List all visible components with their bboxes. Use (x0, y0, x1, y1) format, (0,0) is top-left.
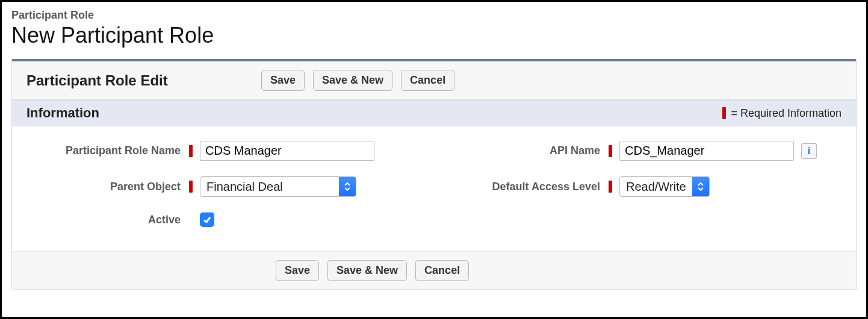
field-api-name: API Name i (446, 141, 842, 161)
save-button[interactable]: Save (276, 260, 319, 281)
active-checkbox[interactable] (200, 212, 214, 227)
bottom-button-row: Save Save & New Cancel (276, 260, 469, 281)
save-and-new-button[interactable]: Save & New (313, 70, 392, 91)
section-header: Information = Required Information (12, 100, 856, 126)
top-button-row: Save Save & New Cancel (261, 70, 454, 91)
form-body: Participant Role Name API Name i (12, 126, 856, 251)
default-access-level-select-value: Read/Write (620, 177, 692, 196)
save-and-new-button[interactable]: Save & New (327, 260, 407, 281)
default-access-level-select[interactable]: Read/Write (619, 176, 710, 197)
label-api-name: API Name (446, 144, 609, 157)
required-marker-icon (189, 181, 193, 193)
field-participant-role-name: Participant Role Name (26, 141, 422, 161)
section-title: Information (26, 105, 99, 121)
required-marker-icon (609, 181, 612, 193)
save-button[interactable]: Save (261, 70, 305, 91)
field-parent-object: Parent Object Financial Deal (26, 176, 422, 197)
api-name-input[interactable] (619, 141, 794, 161)
label-participant-role-name: Participant Role Name (26, 144, 189, 157)
chevron-updown-icon (339, 177, 356, 196)
required-marker-icon (189, 145, 193, 157)
panel-edit-title: Participant Role Edit (26, 72, 261, 89)
page-title: New Participant Role (11, 23, 857, 48)
participant-role-name-input[interactable] (200, 141, 374, 161)
label-default-access-level: Default Access Level (446, 181, 609, 193)
required-marker-icon (722, 107, 726, 119)
panel-header: Participant Role Edit Save Save & New Ca… (12, 61, 856, 100)
label-parent-object: Parent Object (26, 181, 189, 193)
field-active: Active (26, 212, 422, 227)
edit-panel: Participant Role Edit Save Save & New Ca… (11, 59, 857, 290)
check-icon (202, 215, 212, 225)
label-active: Active (26, 214, 189, 226)
parent-object-select-value: Financial Deal (200, 177, 339, 196)
required-marker-icon (609, 145, 612, 157)
info-icon[interactable]: i (801, 143, 817, 159)
required-legend-text: = Required Information (731, 107, 842, 120)
breadcrumb: Participant Role (11, 9, 857, 22)
field-default-access-level: Default Access Level Read/Write (446, 176, 842, 197)
parent-object-select[interactable]: Financial Deal (200, 176, 356, 197)
required-legend: = Required Information (722, 107, 842, 120)
chevron-updown-icon (692, 177, 709, 196)
form-grid: Participant Role Name API Name i (26, 141, 842, 227)
page-frame: Participant Role New Participant Role Pa… (0, 0, 868, 319)
panel-footer: Save Save & New Cancel (12, 251, 856, 290)
cancel-button[interactable]: Cancel (415, 260, 469, 281)
cancel-button[interactable]: Cancel (401, 70, 454, 91)
